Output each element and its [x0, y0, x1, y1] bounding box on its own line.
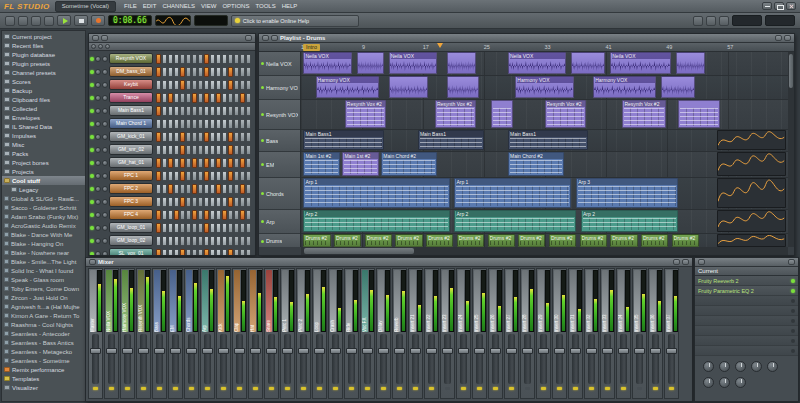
browser-file-kimon-a-gare-return-to[interactable]: Kimon A Gare - Return To [2, 311, 85, 320]
playlist-track-header[interactable]: Neila VOX [259, 52, 300, 76]
step-cell[interactable] [234, 223, 239, 233]
mixer-strip-name[interactable]: Loop [314, 270, 320, 332]
mixer-strip-name[interactable]: Insert 22 [426, 270, 432, 332]
channel-enable-led[interactable] [90, 109, 94, 113]
fx-panel[interactable]: Current Fruity Reeverb 2Fruity Parametri… [694, 257, 799, 402]
volume-fader[interactable] [412, 334, 419, 384]
step-cell[interactable] [156, 197, 161, 207]
step-cell[interactable] [180, 197, 185, 207]
fx-knob[interactable] [703, 361, 714, 372]
mixer-strip-name[interactable]: Insert 32 [586, 270, 592, 332]
mixer-strip-name[interactable]: Insert 25 [474, 270, 480, 332]
strip-record-led[interactable] [221, 387, 226, 390]
keyboard-editor-icon[interactable] [105, 44, 110, 49]
step-cell[interactable] [192, 249, 197, 257]
volume-fader[interactable] [348, 334, 355, 384]
volume-fader[interactable] [300, 334, 307, 384]
fx-slot-4[interactable] [695, 306, 798, 316]
menu-tools[interactable]: TOOLS [252, 3, 278, 9]
step-cell[interactable] [246, 119, 251, 129]
channel-button[interactable]: Main Chord 1 [109, 118, 153, 129]
step-cell[interactable] [240, 236, 245, 246]
mixer-strip-name[interactable]: Insert 35 [634, 270, 640, 332]
fx-panel-menu-icon[interactable] [698, 259, 705, 265]
channel-volume-knob[interactable] [102, 251, 108, 257]
mixer-strip-clap[interactable]: Clap [232, 268, 247, 399]
step-cell[interactable] [168, 171, 173, 181]
mixer-strip-resynth-vox[interactable]: Resynth VOX [136, 268, 151, 399]
step-cell[interactable] [186, 67, 191, 77]
mixer-strip-name[interactable]: Insert 23 [442, 270, 448, 332]
volume-fader[interactable] [380, 334, 387, 384]
record-countdown-icon[interactable] [44, 16, 54, 26]
channel-pan-knob[interactable] [95, 251, 101, 257]
strip-record-led[interactable] [381, 387, 386, 390]
mixer-strip-name[interactable]: Perc 1 [282, 270, 288, 332]
browser-folder-backup[interactable]: Backup [2, 86, 85, 95]
step-cell[interactable] [186, 54, 191, 64]
piano-roll-toggle-icon[interactable] [706, 16, 716, 26]
mixer-strip-name[interactable]: Delay [378, 270, 384, 332]
strip-record-led[interactable] [269, 387, 274, 390]
step-cell[interactable] [222, 132, 227, 142]
drum-pattern-clip[interactable]: Drums #2 [395, 234, 422, 247]
playlist-horizontal-scrollbar[interactable] [301, 247, 788, 255]
volume-fader[interactable] [636, 334, 643, 384]
mixer-strip-arp[interactable]: Arp [200, 268, 215, 399]
mixer-strip-name[interactable]: Insert 29 [538, 270, 544, 332]
channel-volume-knob[interactable] [102, 121, 108, 127]
browser-folder-visualizer[interactable]: Visualizer [2, 383, 85, 392]
browser-folder-collected[interactable]: Collected [2, 104, 85, 113]
menu-edit[interactable]: EDIT [140, 3, 160, 9]
time-display[interactable]: 0:08.66 [108, 15, 152, 26]
step-cell[interactable] [216, 184, 221, 194]
channel-enable-led[interactable] [90, 122, 94, 126]
step-cell[interactable] [168, 210, 173, 220]
step-cell[interactable] [216, 197, 221, 207]
strip-record-led[interactable] [669, 387, 674, 390]
strip-record-led[interactable] [573, 387, 578, 390]
channel-button[interactable]: GM_kick_01 [109, 131, 153, 142]
track-led[interactable] [261, 139, 264, 142]
menu-help[interactable]: HELP [279, 3, 301, 9]
step-cell[interactable] [162, 197, 167, 207]
fx-slot-6[interactable] [695, 326, 798, 336]
step-cell[interactable] [240, 158, 245, 168]
step-cell[interactable] [168, 54, 173, 64]
channel-volume-knob[interactable] [102, 186, 108, 192]
step-cell[interactable] [240, 132, 245, 142]
mixer-strip-name[interactable]: Insert 27 [506, 270, 512, 332]
mixer-strip-delay[interactable]: Delay [376, 268, 391, 399]
step-cell[interactable] [168, 184, 173, 194]
audio-clip[interactable] [357, 52, 384, 74]
step-cell[interactable] [174, 158, 179, 168]
step-cell[interactable] [156, 236, 161, 246]
step-cell[interactable] [204, 184, 209, 194]
step-cell[interactable] [186, 106, 191, 116]
drum-pattern-clip[interactable]: Drums #2 [610, 234, 637, 247]
step-cell[interactable] [162, 132, 167, 142]
step-cell[interactable] [186, 158, 191, 168]
step-cell[interactable] [216, 145, 221, 155]
step-cell[interactable] [198, 67, 203, 77]
strip-record-led[interactable] [429, 387, 434, 390]
drum-pattern-clip[interactable]: Drums #2 [365, 234, 392, 247]
step-cell[interactable] [210, 158, 215, 168]
channel-volume-knob[interactable] [102, 147, 108, 153]
volume-fader[interactable] [668, 334, 675, 384]
step-cell[interactable] [162, 80, 167, 90]
step-cell[interactable] [210, 93, 215, 103]
step-cell[interactable] [168, 119, 173, 129]
step-cell[interactable] [204, 106, 209, 116]
strip-record-led[interactable] [141, 387, 146, 390]
channel-rack-window[interactable]: Resynth VOXDM_bass_01KeybitTranceMain Ba… [88, 33, 256, 256]
step-cell[interactable] [204, 80, 209, 90]
pattern-clip[interactable]: Main Bass1 [418, 130, 484, 150]
step-cell[interactable] [180, 119, 185, 129]
step-cell[interactable] [216, 119, 221, 129]
channel-volume-knob[interactable] [102, 199, 108, 205]
step-cell[interactable] [204, 145, 209, 155]
audio-clip[interactable]: Harmony VOX [593, 76, 656, 98]
step-cell[interactable] [156, 158, 161, 168]
step-cell[interactable] [246, 145, 251, 155]
